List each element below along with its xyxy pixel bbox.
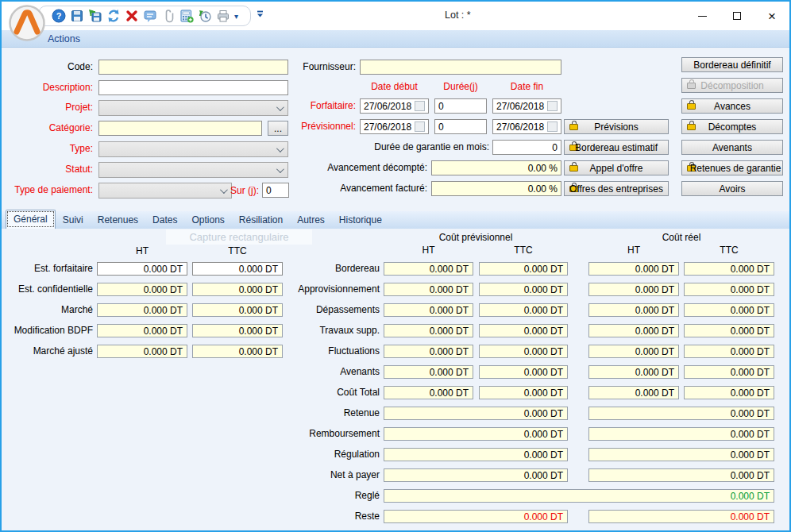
reel-reste-field[interactable]: 0.000 DT [588,510,774,523]
type-select[interactable] [98,141,288,157]
prev-avenants-ht-field[interactable]: 0.000 DT [384,365,473,379]
modification-bdpf-ttc-field[interactable]: 0.000 DT [192,324,283,337]
reel-travaux-supp-ht-field[interactable]: 0.000 DT [588,324,679,337]
reel-depassements-ttc-field[interactable]: 0.000 DT [684,303,774,317]
tab-autres[interactable]: Autres [290,212,332,229]
date-picker-button[interactable] [547,121,558,132]
print-dropdown-icon[interactable]: ▾ [234,12,238,21]
bordereau-definitif-button[interactable]: Bordereau définitif [681,57,783,72]
reel-approvisionnement-ttc-field[interactable]: 0.000 DT [684,283,774,296]
forfaitaire-duree-field[interactable]: 0 [434,98,487,114]
reel-remboursement-field[interactable]: 0.000 DT [588,427,774,441]
marche-ht-field[interactable]: 0.000 DT [97,303,187,317]
delete-icon[interactable] [125,9,139,23]
prev-depassements-ttc-field[interactable]: 0.000 DT [479,303,568,317]
reel-cout-total-ht-field[interactable]: 0.000 DT [588,386,679,399]
date-picker-button[interactable] [415,101,425,111]
previsions-button[interactable]: Prévisions [564,119,669,134]
help-icon[interactable]: ? [52,9,66,23]
description-field[interactable] [98,80,288,95]
date-picker-button[interactable] [415,121,425,132]
marche-ttc-field[interactable]: 0.000 DT [192,303,283,317]
prev-remboursement-field[interactable]: 0.000 DT [384,427,568,441]
previsionnel-duree-field[interactable]: 0 [434,119,487,134]
attachment-icon[interactable] [161,9,176,23]
prev-fluctuations-ttc-field[interactable]: 0.000 DT [479,345,568,358]
print-icon[interactable] [216,9,230,23]
prev-reste-field[interactable]: 0.000 DT [384,510,568,523]
bordereau-estimatif-button[interactable]: Bordereau estimatif [564,140,669,155]
est-forfaitaire-ht-field[interactable]: 0.000 DT [97,262,187,276]
prev-travaux-supp-ttc-field[interactable]: 0.000 DT [479,324,568,337]
tab-historique[interactable]: Historique [332,212,389,229]
retenues-garantie-button[interactable]: Retenues de garantie [681,160,783,175]
tab-retenues[interactable]: Retenues [91,212,145,229]
menu-actions[interactable]: Actions [48,30,80,48]
decomptes-button[interactable]: Décomptes [681,119,783,134]
avances-button[interactable]: Avances [681,98,783,114]
prev-cout-total-ht-field[interactable]: 0.000 DT [384,386,473,399]
prev-depassements-ht-field[interactable]: 0.000 DT [384,303,473,317]
reel-avenants-ht-field[interactable]: 0.000 DT [588,365,679,379]
reel-depassements-ht-field[interactable]: 0.000 DT [588,303,679,317]
reel-bordereau-ht-field[interactable]: 0.000 DT [588,262,679,276]
prev-cout-total-ttc-field[interactable]: 0.000 DT [479,386,568,399]
prev-approvisionnement-ttc-field[interactable]: 0.000 DT [479,283,568,296]
prev-net-a-payer-field[interactable]: 0.000 DT [384,468,568,482]
avenants-button[interactable]: Avenants [681,140,783,155]
prev-bordereau-ttc-field[interactable]: 0.000 DT [479,262,568,276]
tab-options[interactable]: Options [184,212,231,229]
prev-travaux-supp-ht-field[interactable]: 0.000 DT [384,324,473,337]
tab-suivi[interactable]: Suivi [56,212,91,229]
refresh-icon[interactable] [106,9,121,23]
toolbar-overflow-icon[interactable] [255,9,265,22]
prev-approvisionnement-ht-field[interactable]: 0.000 DT [384,283,473,296]
avancement-decompte-field[interactable]: 0.00 % [431,160,561,175]
avancement-facture-field[interactable]: 0.00 % [431,181,561,196]
maximize-button[interactable] [727,6,747,25]
prev-regulation-field[interactable]: 0.000 DT [384,448,568,461]
calculator-add-icon[interactable] [179,9,194,23]
reel-avenants-ttc-field[interactable]: 0.000 DT [684,365,774,379]
previsionnel-debut-field[interactable]: 27/06/2018 [360,119,429,134]
tab-general[interactable]: Général [6,210,56,229]
tab-dates[interactable]: Dates [145,212,184,229]
reel-retenue-field[interactable]: 0.000 DT [588,407,774,420]
forfaitaire-fin-field[interactable]: 27/06/2018 [492,98,561,114]
history-icon[interactable] [198,9,212,23]
prev-retenue-field[interactable]: 0.000 DT [384,407,568,420]
reel-cout-total-ttc-field[interactable]: 0.000 DT [684,386,774,399]
forfaitaire-debut-field[interactable]: 27/06/2018 [360,98,429,114]
reel-fluctuations-ttc-field[interactable]: 0.000 DT [684,345,774,358]
est-forfaitaire-ttc-field[interactable]: 0.000 DT [192,262,283,276]
minimize-button[interactable] [692,6,712,25]
save-icon[interactable] [70,9,84,23]
garantie-field[interactable]: 0 [492,140,561,155]
marche-ajuste-ht-field[interactable]: 0.000 DT [97,345,187,358]
appel-offre-button[interactable]: Appel d'offre [564,160,669,175]
reel-bordereau-ttc-field[interactable]: 0.000 DT [684,262,774,276]
fournisseur-field[interactable] [360,60,561,75]
categorie-field[interactable] [98,121,262,136]
save-as-icon[interactable] [88,9,102,23]
reel-regulation-field[interactable]: 0.000 DT [588,448,774,461]
est-confidentielle-ht-field[interactable]: 0.000 DT [97,283,187,296]
prev-bordereau-ht-field[interactable]: 0.000 DT [384,262,473,276]
previsionnel-fin-field[interactable]: 27/06/2018 [492,119,561,134]
reel-net-a-payer-field[interactable]: 0.000 DT [588,468,774,482]
prev-avenants-ttc-field[interactable]: 0.000 DT [479,365,568,379]
est-confidentielle-ttc-field[interactable]: 0.000 DT [192,283,283,296]
modification-bdpf-ht-field[interactable]: 0.000 DT [97,324,187,337]
date-picker-button[interactable] [547,101,558,111]
reel-travaux-supp-ttc-field[interactable]: 0.000 DT [684,324,774,337]
reel-fluctuations-ht-field[interactable]: 0.000 DT [588,345,679,358]
close-button[interactable]: × [762,6,782,25]
paiement-select[interactable] [98,183,232,199]
regle-field[interactable]: 0.000 DT [384,489,774,503]
comment-icon[interactable] [143,9,157,23]
prev-fluctuations-ht-field[interactable]: 0.000 DT [384,345,473,358]
tab-resiliation[interactable]: Résiliation [232,212,290,229]
avoirs-button[interactable]: Avoirs [681,181,783,196]
projet-select[interactable] [98,100,288,116]
marche-ajuste-ttc-field[interactable]: 0.000 DT [192,345,283,358]
